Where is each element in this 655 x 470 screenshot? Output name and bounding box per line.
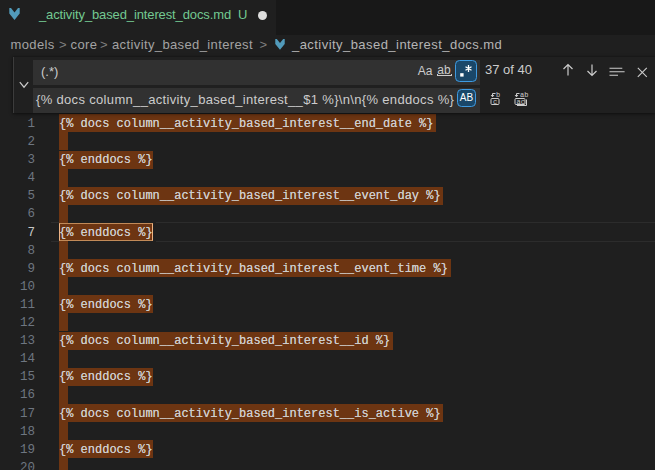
svg-text:ac: ac xyxy=(516,98,524,106)
svg-text:c: c xyxy=(493,98,497,106)
